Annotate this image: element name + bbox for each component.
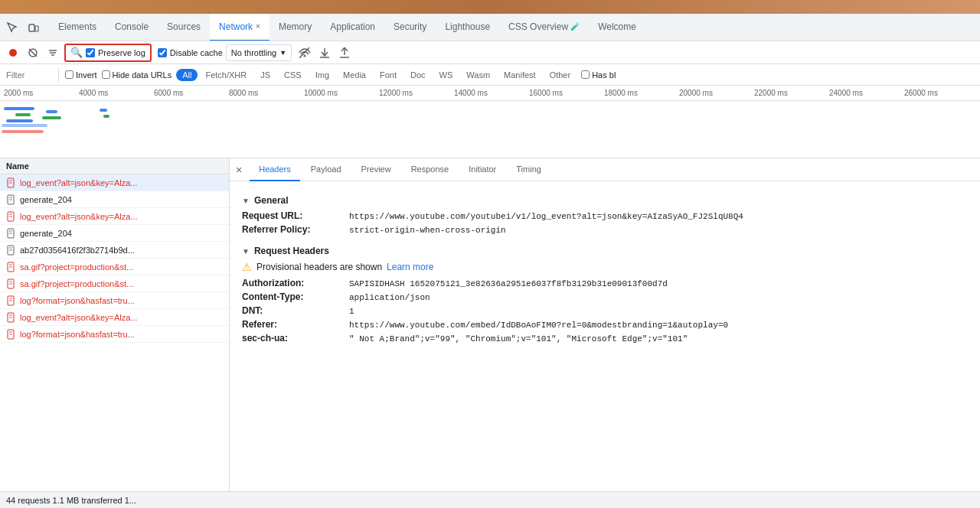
timeline: 2000 ms4000 ms6000 ms8000 ms10000 ms1200… — [0, 86, 980, 158]
invert-checkbox[interactable] — [65, 70, 74, 79]
timeline-mark: 22000 ms — [754, 89, 788, 97]
detail-tab-preview[interactable]: Preview — [352, 158, 400, 181]
network-conditions-icon[interactable] — [296, 44, 313, 61]
export-icon[interactable] — [336, 44, 353, 61]
tab-lighthouse[interactable]: Lighthouse — [436, 14, 499, 41]
request-name: log_event?alt=json&key=Alza... — [20, 212, 223, 221]
general-section-header: ▼ General — [242, 195, 968, 206]
svg-point-8 — [304, 54, 306, 57]
request-url-row: Request URL: https://www.youtube.com/you… — [242, 210, 968, 221]
general-triangle: ▼ — [242, 197, 250, 205]
filter-type-js[interactable]: JS — [254, 69, 276, 81]
authorization-row: Authorization: SAPISIDHASH 1652075121_3e… — [242, 278, 968, 288]
detail-tab-timing[interactable]: Timing — [507, 158, 550, 181]
filter-type-manifest[interactable]: Manifest — [498, 69, 542, 81]
disable-cache-label[interactable]: Disable cache — [158, 48, 223, 57]
warning-icon: ⚠ — [242, 261, 252, 273]
filter-type-wasm[interactable]: Wasm — [460, 69, 496, 81]
tab-console[interactable]: Console — [106, 14, 158, 41]
device-toggle-icon[interactable] — [24, 18, 43, 37]
learn-more-link[interactable]: Learn more — [387, 262, 433, 272]
request-item[interactable]: log_event?alt=json&key=Alza... — [0, 309, 229, 326]
svg-rect-1 — [35, 26, 38, 31]
throttle-select[interactable]: No throttling ▼ — [226, 44, 292, 61]
svg-rect-0 — [29, 24, 34, 31]
request-item[interactable]: log_event?alt=json&key=Alza... — [0, 208, 229, 225]
detail-tab-response[interactable]: Response — [402, 158, 459, 181]
details-content: ▼ General Request URL: https://www.youtu… — [230, 181, 980, 353]
filter-type-doc[interactable]: Doc — [404, 69, 432, 81]
file-icon — [6, 262, 17, 272]
detail-tab-initiator[interactable]: Initiator — [459, 158, 505, 181]
request-list-header: Name — [0, 158, 229, 174]
devtools-tabs: Elements Console Sources Network × Memor… — [0, 14, 980, 41]
filter-type-all[interactable]: All — [176, 69, 198, 81]
hide-data-urls-label[interactable]: Hide data URLs — [102, 70, 172, 80]
search-icon: 🔍 — [70, 47, 83, 58]
hide-data-urls-checkbox[interactable] — [102, 70, 110, 79]
dnt-row: DNT: 1 — [242, 305, 968, 316]
file-icon — [6, 295, 17, 306]
request-item[interactable]: ab27d0356416f2f3b2714b9d... — [0, 242, 229, 259]
request-headers-triangle: ▼ — [242, 247, 250, 256]
request-item[interactable]: log?format=json&hasfast=tru... — [0, 326, 229, 343]
filter-bar: Invert Hide data URLs AllFetch/XHRJSCSSI… — [0, 64, 980, 86]
tab-css-overview[interactable]: CSS Overview 🧪 — [499, 14, 589, 41]
has-blocked-label[interactable]: Has bl — [581, 70, 616, 80]
inspect-icon[interactable] — [3, 18, 21, 37]
request-item[interactable]: generate_204 — [0, 191, 229, 208]
timeline-mark: 16000 ms — [529, 89, 563, 97]
filter-type-ws[interactable]: WS — [433, 69, 459, 81]
tab-welcome[interactable]: Welcome — [589, 14, 645, 41]
filter-type-img[interactable]: Img — [309, 69, 335, 81]
timeline-mark: 2000 ms — [4, 89, 33, 97]
status-bar: 44 requests 1.1 MB transferred 1... — [0, 491, 980, 508]
filter-input[interactable] — [6, 70, 52, 80]
request-item[interactable]: log?format=json&hasfast=tru... — [0, 292, 229, 309]
close-details-button[interactable]: × — [236, 164, 242, 176]
request-item[interactable]: sa.gif?project=production&st... — [0, 275, 229, 292]
timeline-mark: 24000 ms — [829, 89, 863, 97]
clear-button[interactable] — [24, 44, 41, 61]
has-blocked-checkbox[interactable] — [581, 70, 590, 79]
tab-memory[interactable]: Memory — [270, 14, 321, 41]
timeline-mark: 26000 ms — [904, 89, 938, 97]
tab-elements[interactable]: Elements — [49, 14, 106, 41]
tab-application[interactable]: Application — [321, 14, 384, 41]
filter-type-fetch/xhr[interactable]: Fetch/XHR — [199, 69, 253, 81]
details-tabs: × Headers Payload Preview Response Initi… — [230, 158, 980, 181]
preserve-log-label[interactable]: Preserve log — [86, 48, 145, 57]
request-item[interactable]: log_event?alt=json&key=Alza... — [0, 174, 229, 191]
file-icon — [6, 278, 17, 289]
detail-tab-payload[interactable]: Payload — [302, 158, 351, 181]
filter-type-media[interactable]: Media — [337, 69, 372, 81]
timeline-mark: 14000 ms — [454, 89, 488, 97]
main-area: Name log_event?alt=json&key=Alza...gener… — [0, 158, 980, 491]
filter-toggle-button[interactable] — [44, 44, 61, 61]
tab-network[interactable]: Network × — [210, 14, 270, 41]
timeline-bars — [0, 101, 980, 158]
filter-type-css[interactable]: CSS — [278, 69, 308, 81]
request-name: ab27d0356416f2f3b2714b9d... — [20, 246, 223, 255]
filter-type-font[interactable]: Font — [374, 69, 403, 81]
referer-row: Referer: https://www.youtube.com/embed/I… — [242, 319, 968, 330]
tab-close-icon[interactable]: × — [256, 22, 260, 31]
timeline-mark: 6000 ms — [154, 89, 183, 97]
request-name: sa.gif?project=production&st... — [20, 262, 223, 272]
timeline-mark: 18000 ms — [604, 89, 638, 97]
tab-security[interactable]: Security — [384, 14, 436, 41]
preserve-log-checkbox[interactable] — [86, 48, 95, 57]
file-icon — [6, 211, 17, 222]
filter-type-other[interactable]: Other — [544, 69, 577, 81]
disable-cache-checkbox[interactable] — [158, 48, 167, 57]
invert-checkbox-label[interactable]: Invert — [65, 70, 97, 80]
import-icon[interactable] — [316, 44, 333, 61]
record-button[interactable] — [5, 44, 21, 61]
request-name: log?format=json&hasfast=tru... — [20, 330, 223, 339]
tab-sources[interactable]: Sources — [158, 14, 210, 41]
devtools-icons — [3, 18, 43, 37]
request-name: log_event?alt=json&key=Alza... — [20, 313, 223, 322]
detail-tab-headers[interactable]: Headers — [250, 158, 300, 181]
request-item[interactable]: generate_204 — [0, 225, 229, 242]
request-item[interactable]: sa.gif?project=production&st... — [0, 259, 229, 275]
